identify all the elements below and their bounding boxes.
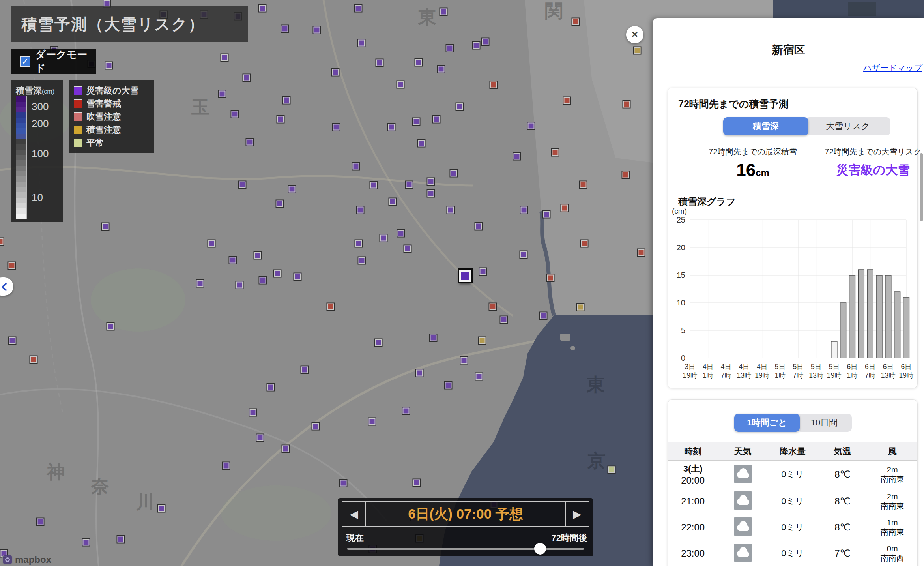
map-marker[interactable] <box>0 238 4 245</box>
map-marker[interactable] <box>430 335 437 341</box>
map-marker[interactable] <box>219 91 226 97</box>
map-marker[interactable] <box>406 182 413 188</box>
map-marker[interactable] <box>623 172 629 178</box>
map-marker[interactable] <box>514 153 520 160</box>
map-marker[interactable] <box>564 97 570 104</box>
map-marker[interactable] <box>247 139 253 146</box>
map-marker[interactable] <box>572 19 579 25</box>
map-marker[interactable] <box>277 201 283 207</box>
map-marker[interactable] <box>461 357 468 364</box>
map-marker[interactable] <box>540 313 547 319</box>
map-marker[interactable] <box>438 66 445 73</box>
map-marker[interactable] <box>389 199 396 205</box>
map-marker[interactable] <box>221 54 228 61</box>
map-marker[interactable] <box>102 223 109 230</box>
map-marker[interactable] <box>257 435 264 441</box>
map-marker[interactable] <box>638 249 645 256</box>
map-marker[interactable] <box>433 116 440 123</box>
tab-hourly[interactable]: 1時間ごと <box>734 414 800 432</box>
map-marker[interactable] <box>340 480 347 487</box>
map-marker[interactable] <box>232 111 238 118</box>
map-marker[interactable] <box>480 268 486 275</box>
time-slider-thumb[interactable] <box>534 543 546 555</box>
map-marker[interactable] <box>358 40 365 47</box>
map-marker[interactable] <box>413 118 420 125</box>
map-marker[interactable] <box>282 26 288 32</box>
map-marker[interactable] <box>332 69 339 76</box>
map-marker[interactable] <box>445 382 452 389</box>
map-marker[interactable] <box>158 505 165 512</box>
map-marker[interactable] <box>250 409 256 416</box>
map-marker[interactable] <box>230 257 236 264</box>
map-marker[interactable] <box>283 97 290 104</box>
map-marker[interactable] <box>403 408 410 414</box>
map-marker[interactable] <box>404 246 411 252</box>
map-marker[interactable] <box>418 140 425 147</box>
map-marker[interactable] <box>277 116 284 123</box>
panel-scrollbar[interactable] <box>920 153 923 221</box>
map-marker[interactable] <box>380 235 387 242</box>
map-marker[interactable] <box>528 123 535 129</box>
map-marker[interactable] <box>208 240 215 247</box>
map-marker[interactable] <box>547 275 554 281</box>
map-marker[interactable] <box>415 59 422 66</box>
map-marker[interactable] <box>580 182 587 188</box>
map-marker[interactable] <box>561 205 568 212</box>
map-marker[interactable] <box>375 339 382 346</box>
map-marker[interactable] <box>314 27 320 34</box>
map-marker[interactable] <box>416 370 423 377</box>
map-marker[interactable] <box>327 304 334 310</box>
close-panel-button[interactable]: × <box>626 26 643 43</box>
map-marker[interactable] <box>9 262 15 269</box>
map-marker[interactable] <box>473 42 480 49</box>
map-marker[interactable] <box>259 5 266 12</box>
map-marker[interactable] <box>490 82 497 88</box>
hazard-map-link[interactable]: ハザードマップ <box>863 62 922 73</box>
tab-heavy-snow-risk[interactable]: 大雪リスク <box>805 117 890 135</box>
tab-snow-depth[interactable]: 積雪深 <box>723 117 808 135</box>
map-marker[interactable] <box>353 163 359 170</box>
map-marker[interactable] <box>376 60 383 66</box>
map-marker[interactable] <box>552 149 559 156</box>
map-marker[interactable] <box>118 536 124 543</box>
map-marker[interactable] <box>428 190 434 197</box>
map-marker[interactable] <box>370 182 377 189</box>
selected-map-marker[interactable] <box>459 270 471 282</box>
prev-time-button[interactable]: ◀ <box>342 502 365 526</box>
map-marker[interactable] <box>359 257 365 264</box>
map-marker[interactable] <box>521 207 527 214</box>
map-marker[interactable] <box>398 230 404 237</box>
dark-mode-checkbox[interactable]: ✓ <box>20 56 30 67</box>
map-marker[interactable] <box>456 103 463 110</box>
map-marker[interactable] <box>608 467 615 473</box>
map-marker[interactable] <box>333 124 340 131</box>
map-marker[interactable] <box>388 124 395 131</box>
map-marker[interactable] <box>267 384 274 391</box>
map-marker[interactable] <box>577 304 584 311</box>
map-marker[interactable] <box>413 480 420 486</box>
map-marker[interactable] <box>355 5 362 12</box>
map-marker[interactable] <box>369 418 376 425</box>
map-marker[interactable] <box>294 274 301 280</box>
map-marker[interactable] <box>357 207 364 214</box>
map-marker[interactable] <box>239 182 246 188</box>
map-marker[interactable] <box>312 423 319 430</box>
map-marker[interactable] <box>223 463 230 469</box>
tab-ten-days[interactable]: 10日間 <box>797 414 852 432</box>
map-marker[interactable] <box>254 252 261 259</box>
map-marker[interactable] <box>274 270 281 277</box>
map-marker[interactable] <box>83 539 90 546</box>
map-marker[interactable] <box>440 9 447 15</box>
map-marker[interactable] <box>37 519 44 525</box>
map-marker[interactable] <box>623 101 630 108</box>
map-marker[interactable] <box>490 304 496 310</box>
next-time-button[interactable]: ▶ <box>566 502 589 526</box>
map-marker[interactable] <box>355 240 362 247</box>
map-marker[interactable] <box>243 75 250 81</box>
map-marker[interactable] <box>9 337 16 344</box>
map-marker[interactable] <box>475 223 482 230</box>
map-marker[interactable] <box>260 277 266 284</box>
time-slider-track[interactable] <box>347 548 584 550</box>
map-marker[interactable] <box>301 367 308 373</box>
map-marker[interactable] <box>289 186 296 193</box>
